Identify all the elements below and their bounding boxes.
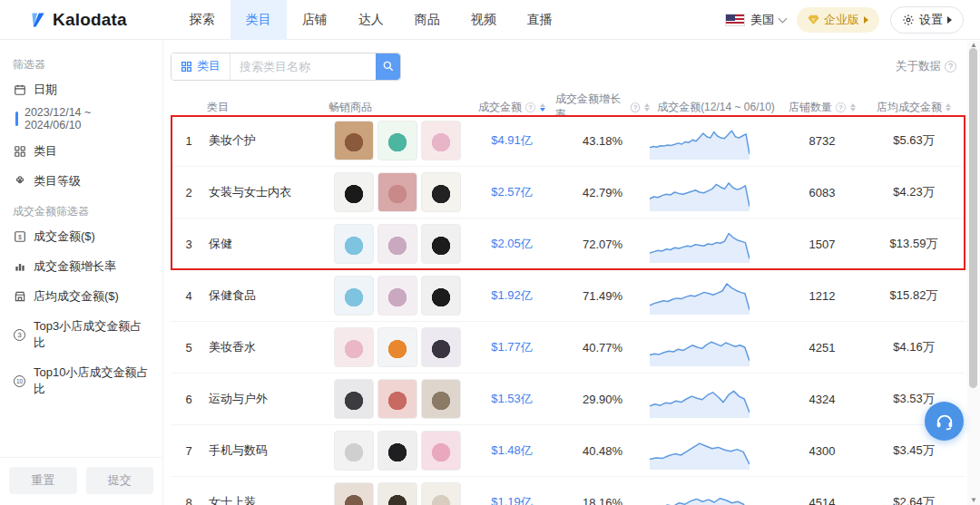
filter-category[interactable]: 类目 [13,143,150,160]
gmv-value[interactable]: $4.91亿 [468,132,555,149]
submit-button[interactable]: 提交 [86,467,154,494]
product-thumbnails [328,121,468,160]
column-header-5: 成交金额(12/14 ~ 06/10) [650,100,782,115]
category-name[interactable]: 女装与女士内衣 [207,184,328,200]
sort-icon[interactable] [946,103,951,112]
region-selector[interactable]: 美国 [725,12,786,28]
category-name[interactable]: 保健食品 [207,287,328,304]
question-circle-icon[interactable]: ? [836,102,846,112]
scrollbar-thumb[interactable] [969,48,977,388]
category-name[interactable]: 女士上装 [207,494,328,505]
table-row[interactable]: 8 女士上装 $1.19亿 18.16% 4514 $2.64万 [171,477,965,505]
filter-bar-chart[interactable]: 成交金额增长率 [13,258,150,275]
filter-store[interactable]: 店均成交金额($) [13,288,150,305]
sort-icon[interactable] [540,103,545,112]
reset-button[interactable]: 重置 [9,467,77,494]
column-label: 店均成交金额 [877,100,942,115]
nav-item-1[interactable]: 类目 [230,0,287,40]
column-header-7[interactable]: 店均成交金额 [862,100,965,115]
product-thumbnail[interactable] [334,121,374,160]
product-thumbnail[interactable] [421,431,461,471]
product-thumbnail[interactable] [421,327,461,367]
table-row[interactable]: 2 女装与女士内衣 $2.57亿 42.79% 6083 $4.23万 [171,167,965,219]
search-button[interactable] [376,53,400,80]
search-type-selector[interactable]: 类目 [172,53,230,80]
grid-small-icon [181,61,192,73]
product-thumbnail[interactable] [377,431,417,471]
vertical-scrollbar[interactable]: ▲ ▼ [967,41,980,505]
category-name[interactable]: 美妆香水 [207,339,328,355]
column-header-1: 类目 [207,100,328,115]
product-thumbnail[interactable] [377,482,417,505]
product-thumbnail[interactable] [334,482,374,505]
column-header-6[interactable]: 店铺数量? [782,100,862,115]
gmv-value[interactable]: $2.05亿 [468,236,555,252]
enterprise-plan-badge[interactable]: 企业版 [797,7,879,33]
product-thumbnail[interactable] [377,224,417,264]
product-thumbnail[interactable] [421,121,461,160]
product-thumbnail[interactable] [334,327,374,367]
product-thumbnail[interactable] [334,224,374,264]
product-thumbnail[interactable] [421,482,461,505]
category-name[interactable]: 手机与数码 [207,442,328,459]
kalodata-logo[interactable]: Kalodata [29,10,127,30]
nav-item-5[interactable]: 视频 [456,0,512,40]
avg-gmv-value: $2.64万 [862,494,965,505]
gmv-value[interactable]: $1.77亿 [468,339,555,355]
sort-icon[interactable] [850,103,856,112]
product-thumbnail[interactable] [421,276,461,316]
gmv-value[interactable]: $1.48亿 [468,442,555,459]
product-thumbnail[interactable] [334,276,374,316]
scroll-down-arrow[interactable]: ▼ [967,496,980,505]
filter-dollar-square[interactable]: $成交金额($) [13,228,150,245]
filter-circle-10[interactable]: 10Top10小店成交金额占比 [13,364,150,397]
product-thumbnail[interactable] [421,379,461,419]
filter-category-level[interactable]: 类目等级 [13,173,150,189]
product-thumbnails [328,379,468,419]
category-name[interactable]: 美妆个护 [207,132,328,149]
product-thumbnail[interactable] [334,431,374,471]
product-thumbnails [328,327,468,367]
category-name[interactable]: 保健 [207,236,328,252]
shop-count: 8732 [782,134,862,148]
nav-item-2[interactable]: 店铺 [287,0,343,40]
table-row[interactable]: 1 美妆个护 $4.91亿 43.18% 8732 $5.63万 [171,115,965,167]
date-range-value[interactable]: 2023/12/14 ~ 2024/06/10 [15,106,150,131]
gmv-value[interactable]: $1.19亿 [468,494,555,505]
table-row[interactable]: 6 运动与户外 $1.53亿 29.90% 4324 $3.53万 [171,374,965,425]
trend-sparkline [650,380,782,418]
nav-item-4[interactable]: 商品 [399,0,456,40]
table-body: 1 美妆个护 $4.91亿 43.18% 8732 $5.63万 2 女装与女士… [171,115,965,505]
gmv-filters-title: 成交金额筛选器 [13,204,150,219]
product-thumbnail[interactable] [377,276,417,316]
product-thumbnail[interactable] [377,172,417,212]
gmv-value[interactable]: $2.57亿 [468,184,555,200]
table-row[interactable]: 5 美妆香水 $1.77亿 40.77% 4251 $4.16万 [171,322,965,374]
nav-item-0[interactable]: 探索 [174,0,230,40]
product-thumbnail[interactable] [377,327,417,367]
table-row[interactable]: 3 保健 $2.05亿 72.07% 1507 $13.59万 [171,219,965,270]
product-thumbnail[interactable] [421,172,461,212]
filter-date[interactable]: 日期 [13,82,150,98]
nav-item-6[interactable]: 直播 [512,0,568,40]
category-name[interactable]: 运动与户外 [207,391,328,407]
question-circle-icon[interactable]: ? [631,102,640,112]
product-thumbnail[interactable] [377,379,417,419]
gmv-value[interactable]: $1.92亿 [468,287,555,304]
nav-item-3[interactable]: 达人 [343,0,399,40]
question-circle-icon[interactable]: ? [525,102,535,112]
table-row[interactable]: 7 手机与数码 $1.48亿 40.48% 4300 $3.45万 [171,425,965,477]
table-row[interactable]: 4 保健食品 $1.92亿 71.49% 1212 $15.82万 [171,270,965,322]
gmv-value[interactable]: $1.53亿 [468,391,555,407]
product-thumbnail[interactable] [334,379,374,419]
about-data-link[interactable]: 关于数据 ? [896,59,956,74]
product-thumbnail[interactable] [377,121,417,160]
product-thumbnail[interactable] [421,224,461,264]
settings-button[interactable]: 设置 [890,6,964,34]
support-chat-button[interactable] [925,402,964,441]
product-thumbnail[interactable] [334,172,374,212]
column-header-3[interactable]: 成交金额? [468,100,555,115]
filter-circle-3[interactable]: 3Top3小店成交金额占比 [13,318,150,351]
category-search: 类目 [171,53,401,81]
search-input[interactable] [230,53,376,80]
